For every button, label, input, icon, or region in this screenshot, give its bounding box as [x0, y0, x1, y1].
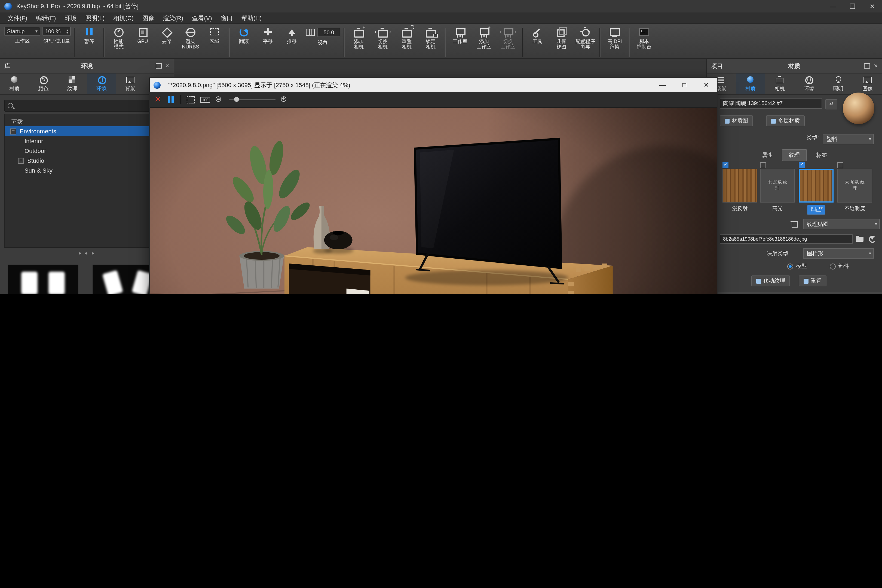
apply-to-model-radio[interactable]: 模型: [787, 262, 807, 270]
script-console-button[interactable]: 脚本 控制台: [632, 27, 656, 50]
menu-view[interactable]: 查看(V): [188, 13, 216, 23]
project-tab-camera[interactable]: 相机: [765, 74, 794, 94]
texture-slot-specular[interactable]: 未 加载 纹理 高光: [760, 168, 795, 213]
pan-button[interactable]: 平移: [256, 27, 280, 44]
close-panel-icon[interactable]: ×: [165, 63, 170, 69]
reset-texture-button[interactable]: 重置: [799, 276, 826, 286]
texture-slot-diffuse[interactable]: 漫反射: [723, 168, 758, 213]
expand-icon[interactable]: +: [18, 158, 24, 164]
move-texture-button[interactable]: 移动纹理: [752, 276, 790, 286]
menu-camera[interactable]: 相机(C): [109, 13, 138, 23]
tools-button[interactable]: 工具: [525, 27, 549, 44]
float-panel-icon[interactable]: [156, 63, 162, 69]
bump-checkbox[interactable]: [799, 162, 805, 168]
reload-texture-icon[interactable]: [868, 235, 876, 242]
add-studio-button[interactable]: +添加 工作室: [472, 27, 496, 50]
region-button[interactable]: 区域: [202, 27, 226, 44]
zoom-out-icon[interactable]: [216, 96, 223, 104]
pause-render-icon[interactable]: [167, 96, 175, 104]
performance-mode-button[interactable]: 性能 模式: [107, 27, 130, 50]
texture-slot-opacity[interactable]: 未 加载 纹理 不透明度: [837, 168, 872, 213]
specular-checkbox[interactable]: [760, 162, 766, 168]
switch-studio-button[interactable]: ‹›切换 工作室: [496, 27, 520, 50]
collapse-icon[interactable]: −: [10, 128, 16, 134]
maximize-button[interactable]: ❐: [843, 0, 862, 12]
tumble-button[interactable]: 翻滚: [232, 27, 256, 44]
tree-item-environments[interactable]: −Environments: [5, 126, 169, 136]
diffuse-checkbox[interactable]: [723, 162, 729, 168]
tree-item-studio[interactable]: +Studio: [5, 156, 169, 165]
close-panel-icon[interactable]: ×: [874, 63, 878, 69]
pause-button[interactable]: 暂停: [77, 27, 101, 44]
denoise-button[interactable]: 去噪: [154, 27, 178, 44]
subtab-properties[interactable]: 属性: [754, 149, 780, 161]
panel-splitter[interactable]: ● ● ●: [0, 250, 174, 258]
dolly-button[interactable]: 推移: [280, 27, 304, 44]
subtab-labels[interactable]: 标签: [809, 149, 834, 161]
search-input[interactable]: [16, 102, 166, 109]
project-tab-lighting[interactable]: 照明: [824, 74, 853, 94]
render-nurbs-button[interactable]: 渲染 NURBS: [178, 27, 202, 50]
menu-image[interactable]: 图像: [138, 13, 159, 23]
zoom-slider[interactable]: [229, 96, 276, 104]
menu-lighting[interactable]: 照明(L): [81, 13, 109, 23]
menu-edit[interactable]: 编辑(E): [32, 13, 60, 23]
material-name-field[interactable]: 陶罐 陶碗:139:156:42 #7: [720, 98, 822, 109]
library-tab-textures[interactable]: 纹理: [58, 74, 87, 94]
material-type-select[interactable]: 塑料: [823, 134, 874, 144]
section-size-and-mapping[interactable]: 尺寸和映射: [707, 292, 882, 294]
material-graph-button[interactable]: 材质图: [720, 116, 753, 126]
project-tab-image[interactable]: 图像: [853, 74, 882, 94]
add-camera-button[interactable]: +添加 相机: [347, 27, 371, 50]
project-tab-material[interactable]: 材质: [736, 74, 765, 94]
swap-material-icon[interactable]: ⇄: [825, 99, 837, 110]
library-tab-backplates[interactable]: 背景: [116, 74, 144, 94]
fov-input[interactable]: [317, 27, 340, 37]
switch-camera-button[interactable]: ‹›切换 相机: [371, 27, 395, 50]
subtab-textures[interactable]: 纹理: [782, 149, 807, 161]
high-dpi-render-button[interactable]: 高 DPI 渲染: [603, 27, 627, 50]
menu-file[interactable]: 文件(F): [3, 13, 32, 23]
apply-to-part-radio[interactable]: 部件: [830, 262, 849, 270]
maximize-button[interactable]: □: [674, 78, 695, 92]
studio-button[interactable]: 工作室: [448, 27, 472, 44]
library-tab-materials[interactable]: 材质: [0, 74, 29, 94]
zoom-100-icon[interactable]: 100: [201, 97, 210, 103]
texture-map-select[interactable]: 纹理贴图: [803, 219, 880, 229]
tree-item-interior[interactable]: Interior: [5, 136, 169, 146]
browse-folder-icon[interactable]: [856, 235, 865, 242]
geometry-view-button[interactable]: 几何 视图: [549, 27, 573, 50]
minimize-button[interactable]: —: [823, 0, 843, 12]
tree-item-download[interactable]: 下载: [5, 117, 169, 126]
zoom-in-icon[interactable]: [281, 96, 288, 104]
environment-thumbnail[interactable]: 2 Panels Straight 4K: [8, 265, 78, 294]
menu-help[interactable]: 帮助(H): [237, 13, 266, 23]
project-tab-environment[interactable]: 环境: [794, 74, 824, 94]
opacity-checkbox[interactable]: [837, 162, 843, 168]
mapping-type-select[interactable]: 圆柱形: [803, 248, 874, 259]
reset-camera-button[interactable]: 重置 相机: [395, 27, 418, 50]
render-window-titlebar[interactable]: "*2020.9.8.0.png" [5500 x 3095] 显示于 [275…: [150, 78, 717, 92]
menu-window[interactable]: 窗口: [216, 13, 237, 23]
library-tab-environments[interactable]: 环境: [87, 74, 116, 94]
cpu-usage-select[interactable]: 100 %▴▾: [42, 27, 71, 36]
texture-file-field[interactable]: 8b2a85a1908bef7efc8e3188186de.jpg: [720, 234, 853, 244]
library-tab-colors[interactable]: 颜色: [29, 74, 58, 94]
workspace-select[interactable]: Startup▾: [4, 27, 40, 36]
lock-camera-button[interactable]: 锁定 相机: [418, 27, 442, 50]
delete-texture-icon[interactable]: [791, 220, 798, 228]
tree-item-outdoor[interactable]: Outdoor: [5, 146, 169, 156]
float-panel-icon[interactable]: [864, 63, 870, 69]
fit-view-icon[interactable]: [187, 96, 195, 103]
tree-item-sun-sky[interactable]: Sun & Sky: [5, 165, 169, 175]
gpu-button[interactable]: GPU: [130, 27, 154, 44]
stop-render-icon[interactable]: ✕: [154, 95, 162, 104]
configurator-wizard-button[interactable]: 配置程序 向导: [573, 27, 597, 50]
close-button[interactable]: ✕: [695, 78, 717, 92]
texture-slot-bump[interactable]: 凹凸: [799, 168, 834, 215]
close-button[interactable]: ✕: [862, 0, 882, 12]
menu-render[interactable]: 渲染(R): [159, 13, 188, 23]
multilayer-material-button[interactable]: 多层材质: [766, 116, 805, 126]
menu-environment[interactable]: 环境: [60, 13, 81, 23]
minimize-button[interactable]: —: [652, 78, 674, 92]
